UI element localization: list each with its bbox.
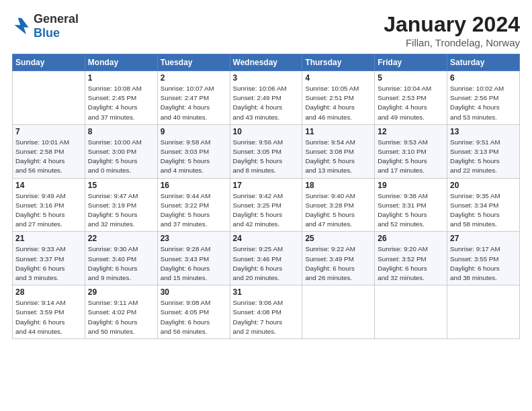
day-number: 17 [233,181,300,190]
day-number: 27 [450,234,517,243]
day-number: 5 [378,73,444,83]
day-info: Sunrise: 9:49 AMSunset: 3:16 PMDaylight:… [15,191,82,230]
day-info: Sunrise: 9:53 AMSunset: 3:10 PMDaylight:… [378,138,444,176]
day-number: 20 [450,181,517,190]
day-number: 28 [15,287,82,297]
day-info: Sunrise: 9:47 AMSunset: 3:19 PMDaylight:… [88,191,154,230]
day-number: 23 [161,234,227,243]
week-row-3: 21Sunrise: 9:33 AMSunset: 3:37 PMDayligh… [13,232,520,285]
day-info: Sunrise: 10:06 AMSunset: 2:49 PMDaylight… [233,84,300,122]
day-cell [13,71,85,125]
day-number: 21 [15,234,82,243]
day-cell: 26Sunrise: 9:20 AMSunset: 3:52 PMDayligh… [375,232,447,285]
logo-blue: Blue [34,26,60,40]
header-thursday: Thursday [302,54,375,71]
week-row-2: 14Sunrise: 9:49 AMSunset: 3:16 PMDayligh… [13,178,520,232]
day-cell: 15Sunrise: 9:47 AMSunset: 3:19 PMDayligh… [85,178,157,232]
day-cell: 23Sunrise: 9:28 AMSunset: 3:43 PMDayligh… [157,232,230,285]
day-cell [447,285,520,339]
day-number: 19 [378,181,444,190]
header-sunday: Sunday [13,54,85,71]
day-cell: 31Sunrise: 9:06 AMSunset: 4:08 PMDayligh… [230,285,302,339]
day-info: Sunrise: 9:38 AMSunset: 3:31 PMDaylight:… [378,191,444,230]
day-info: Sunrise: 10:00 AMSunset: 3:00 PMDaylight… [88,138,154,176]
day-info: Sunrise: 9:28 AMSunset: 3:43 PMDaylight:… [161,244,227,283]
day-number: 15 [88,181,154,190]
day-cell: 11Sunrise: 9:54 AMSunset: 3:08 PMDayligh… [302,124,375,178]
header-wednesday: Wednesday [230,54,302,71]
day-cell: 5Sunrise: 10:04 AMSunset: 2:53 PMDayligh… [375,71,447,125]
calendar-header: Sunday Monday Tuesday Wednesday Thursday… [13,54,520,71]
day-number: 29 [88,287,154,297]
day-cell [302,285,375,339]
day-number: 9 [161,127,227,136]
day-number: 30 [161,287,227,297]
logo-general: General [34,12,79,26]
day-number: 31 [233,287,300,297]
day-info: Sunrise: 10:01 AMSunset: 2:58 PMDaylight… [15,138,82,176]
header-tuesday: Tuesday [157,54,230,71]
day-info: Sunrise: 9:20 AMSunset: 3:52 PMDaylight:… [378,244,444,283]
day-number: 7 [15,127,82,136]
day-number: 10 [233,127,300,136]
day-number: 4 [305,73,371,83]
day-cell: 18Sunrise: 9:40 AMSunset: 3:28 PMDayligh… [302,178,375,232]
day-info: Sunrise: 9:54 AMSunset: 3:08 PMDaylight:… [305,138,371,176]
day-cell: 20Sunrise: 9:35 AMSunset: 3:34 PMDayligh… [447,178,520,232]
day-number: 24 [233,234,300,243]
header-saturday: Saturday [447,54,520,71]
week-row-0: 1Sunrise: 10:08 AMSunset: 2:45 PMDayligh… [13,71,520,125]
day-number: 26 [378,234,444,243]
day-number: 11 [305,127,371,136]
day-cell: 19Sunrise: 9:38 AMSunset: 3:31 PMDayligh… [375,178,447,232]
page: General Blue January 2024 Fillan, Tronde… [0,0,532,411]
day-info: Sunrise: 9:17 AMSunset: 3:55 PMDaylight:… [450,244,517,283]
logo-text: General Blue [34,12,79,40]
day-number: 8 [88,127,154,136]
day-cell: 1Sunrise: 10:08 AMSunset: 2:45 PMDayligh… [85,71,157,125]
day-cell: 13Sunrise: 9:51 AMSunset: 3:13 PMDayligh… [447,124,520,178]
week-row-4: 28Sunrise: 9:14 AMSunset: 3:59 PMDayligh… [13,285,520,339]
calendar: Sunday Monday Tuesday Wednesday Thursday… [12,54,520,339]
day-number: 6 [450,73,517,83]
day-info: Sunrise: 9:11 AMSunset: 4:02 PMDaylight:… [88,298,154,336]
day-info: Sunrise: 9:44 AMSunset: 3:22 PMDaylight:… [161,191,227,230]
day-cell: 14Sunrise: 9:49 AMSunset: 3:16 PMDayligh… [13,178,85,232]
day-cell: 3Sunrise: 10:06 AMSunset: 2:49 PMDayligh… [230,71,302,125]
day-number: 1 [88,73,154,83]
day-info: Sunrise: 9:51 AMSunset: 3:13 PMDaylight:… [450,138,517,176]
day-cell: 29Sunrise: 9:11 AMSunset: 4:02 PMDayligh… [85,285,157,339]
day-cell: 6Sunrise: 10:02 AMSunset: 2:56 PMDayligh… [447,71,520,125]
day-number: 18 [305,181,371,190]
day-number: 16 [161,181,227,190]
day-cell: 22Sunrise: 9:30 AMSunset: 3:40 PMDayligh… [85,232,157,285]
header-monday: Monday [85,54,157,71]
day-info: Sunrise: 10:07 AMSunset: 2:47 PMDaylight… [161,84,227,122]
week-row-1: 7Sunrise: 10:01 AMSunset: 2:58 PMDayligh… [13,124,520,178]
day-cell: 21Sunrise: 9:33 AMSunset: 3:37 PMDayligh… [13,232,85,285]
day-info: Sunrise: 10:04 AMSunset: 2:53 PMDaylight… [378,84,444,122]
header-friday: Friday [375,54,447,71]
weekday-row: Sunday Monday Tuesday Wednesday Thursday… [13,54,520,71]
day-info: Sunrise: 9:56 AMSunset: 3:05 PMDaylight:… [233,138,300,176]
day-cell: 4Sunrise: 10:05 AMSunset: 2:51 PMDayligh… [302,71,375,125]
header: General Blue January 2024 Fillan, Tronde… [12,12,520,48]
day-number: 13 [450,127,517,136]
day-info: Sunrise: 9:58 AMSunset: 3:03 PMDaylight:… [161,138,227,176]
day-cell: 25Sunrise: 9:22 AMSunset: 3:49 PMDayligh… [302,232,375,285]
day-number: 2 [161,73,227,83]
day-cell: 16Sunrise: 9:44 AMSunset: 3:22 PMDayligh… [157,178,230,232]
day-info: Sunrise: 10:05 AMSunset: 2:51 PMDaylight… [305,84,371,122]
day-cell: 24Sunrise: 9:25 AMSunset: 3:46 PMDayligh… [230,232,302,285]
day-cell: 2Sunrise: 10:07 AMSunset: 2:47 PMDayligh… [157,71,230,125]
day-cell: 7Sunrise: 10:01 AMSunset: 2:58 PMDayligh… [13,124,85,178]
day-number: 22 [88,234,154,243]
day-cell [375,285,447,339]
day-cell: 9Sunrise: 9:58 AMSunset: 3:03 PMDaylight… [157,124,230,178]
day-info: Sunrise: 9:42 AMSunset: 3:25 PMDaylight:… [233,191,300,230]
day-info: Sunrise: 10:02 AMSunset: 2:56 PMDaylight… [450,84,517,122]
day-cell: 17Sunrise: 9:42 AMSunset: 3:25 PMDayligh… [230,178,302,232]
day-number: 3 [233,73,300,83]
main-title: January 2024 [384,12,520,37]
day-info: Sunrise: 10:08 AMSunset: 2:45 PMDaylight… [88,84,154,122]
